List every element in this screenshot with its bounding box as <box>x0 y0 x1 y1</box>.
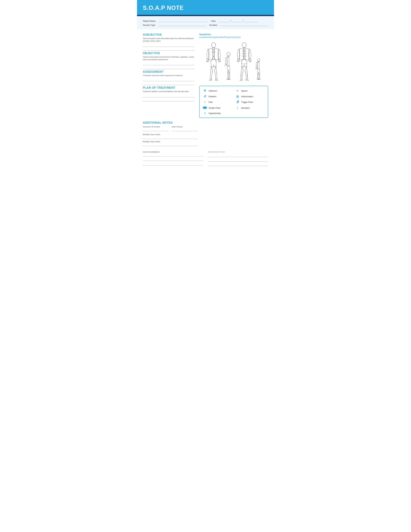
svg-point-28 <box>249 59 251 62</box>
legend-tender-point: Tender Point <box>203 106 232 110</box>
additional-notes-section: ADDITIONAL NOTES Insurance ID number Dat… <box>137 121 274 151</box>
bottom-section: Current medications: Add Additional Note… <box>137 151 274 171</box>
legend-spasm: ≈ Spasm <box>235 89 265 93</box>
objective-line-1[interactable] <box>143 62 194 65</box>
legend-trigger-point: ϑ Trigger Point <box>235 100 265 104</box>
session-type-row: Session Type Duration <box>143 24 268 26</box>
rotation-symbol: ↺ <box>203 95 207 98</box>
symptoms-header: Symptoms: Location/intensity/Duration/Fr… <box>199 33 268 40</box>
med-line-1[interactable] <box>143 153 203 156</box>
symptoms-sublabel: Location/intensity/Duration/Frequency/On… <box>199 36 268 38</box>
svg-point-16 <box>213 56 214 57</box>
patient-name-field[interactable] <box>159 22 208 22</box>
add-notes-col: Add Additional Notes <box>208 151 268 168</box>
rotation-label: Rotation <box>209 95 216 98</box>
modality1-row: Modality Type (code): <box>143 133 268 139</box>
assessment-section: ASSESSMENT Treatment used and client res… <box>143 70 194 86</box>
svg-point-37 <box>256 68 257 69</box>
add-note-line-1[interactable] <box>208 154 268 157</box>
med-line-3[interactable] <box>143 162 203 165</box>
add-note-line-3[interactable] <box>208 163 268 166</box>
modality2-row: Modality Type (code): <box>143 141 268 146</box>
plan-line-1[interactable] <box>143 95 194 97</box>
left-column: SUBJECTIVE Client symptoms and informati… <box>143 33 194 118</box>
front-body-figure <box>205 42 223 81</box>
legend-inflammation: ◎ Inflammation <box>235 95 265 98</box>
plan-heading: PLAN OF TREATMENT <box>143 86 194 89</box>
back-body-figure <box>235 42 253 81</box>
legend-elevation: / Elevation <box>235 106 265 110</box>
objective-desc: Clinical observations derived from inter… <box>143 56 194 61</box>
objective-line-2[interactable] <box>143 66 194 69</box>
add-note-line-2[interactable] <box>208 159 268 162</box>
plan-desc: Treatment options, recommendations and s… <box>143 90 194 93</box>
assessment-line-2[interactable] <box>143 82 194 85</box>
subjective-heading: SUBJECTIVE <box>143 33 194 37</box>
tender-point-label: Tender Point <box>209 107 220 109</box>
adhesion-label: Adhesion <box>209 90 217 92</box>
svg-point-0 <box>211 43 216 48</box>
legend-box: ✕ Adhesion ≈ Spasm ↺ Rotation ◎ Inflamma… <box>199 86 268 118</box>
med-line-2[interactable] <box>143 158 203 161</box>
legend-hypertonicity: ≡ Hypertonicity <box>203 112 232 115</box>
small-side-figure <box>255 58 263 81</box>
plan-line-2[interactable] <box>143 98 194 101</box>
medications-label: Current medications: <box>143 151 203 153</box>
spasm-label: Spasm <box>241 90 248 92</box>
injury-label: Date of injury <box>172 126 198 128</box>
medications-col: Current medications: <box>143 151 203 168</box>
inflammation-label: Inflammation <box>241 95 253 98</box>
objective-section: OBJECTIVE Clinical observations derived … <box>143 52 194 70</box>
svg-point-4 <box>207 59 209 62</box>
legend-adhesion: ✕ Adhesion <box>203 89 232 93</box>
insurance-field[interactable] <box>143 128 168 131</box>
assessment-heading: ASSESSMENT <box>143 70 194 74</box>
assessment-line-1[interactable] <box>143 78 194 81</box>
svg-point-19 <box>225 64 226 66</box>
trigger-point-symbol: ϑ <box>235 100 240 104</box>
right-column: Symptoms: Location/intensity/Duration/Fr… <box>199 33 268 118</box>
subjective-line-1[interactable] <box>143 44 194 47</box>
session-type-field[interactable] <box>159 26 206 26</box>
modality1-field[interactable] <box>143 136 198 139</box>
insurance-label: Insurance ID number <box>143 126 168 128</box>
date-field-group: / / <box>219 19 268 22</box>
duration-field[interactable] <box>221 26 268 26</box>
injury-field[interactable] <box>172 128 198 131</box>
add-notes-text: Add Additional Notes <box>208 151 268 153</box>
symptoms-label: Symptoms: <box>199 33 268 36</box>
subjective-section: SUBJECTIVE Client symptoms and informati… <box>143 33 194 52</box>
objective-heading: OBJECTIVE <box>143 52 194 55</box>
svg-line-12 <box>219 61 220 62</box>
header: S.O.A.P NOTE <box>137 0 274 15</box>
patient-info-section: Patient Name Date / / Session Type Durat… <box>137 16 274 29</box>
legend-rotation: ↺ Rotation <box>203 95 232 98</box>
elevation-symbol: / <box>235 106 240 110</box>
legend-pain: ○ Pain <box>203 100 232 104</box>
assessment-desc: Treatment used and client response to tr… <box>143 74 194 77</box>
hypertonicity-symbol: ≡ <box>203 112 207 115</box>
svg-point-35 <box>257 59 260 62</box>
injury-field-group: Date of injury <box>172 126 198 131</box>
modality1-label: Modality Type (code): <box>143 133 268 135</box>
side-body-figure <box>224 52 234 81</box>
adhesion-symbol: ✕ <box>203 89 207 93</box>
page-title: S.O.A.P NOTE <box>143 5 268 11</box>
main-content: SUBJECTIVE Client symptoms and informati… <box>137 29 274 121</box>
svg-point-9 <box>218 59 221 62</box>
session-type-label: Session Type <box>143 24 155 26</box>
additional-notes-heading: ADDITIONAL NOTES <box>143 121 268 124</box>
elevation-label: Elevation <box>241 107 250 109</box>
trigger-point-label: Trigger Point <box>241 101 253 103</box>
back-body-svg <box>235 42 253 81</box>
spasm-symbol: ≈ <box>235 89 240 93</box>
hypertonicity-label: Hypertonicity <box>209 112 221 114</box>
front-body-svg <box>205 42 223 81</box>
modality2-field[interactable] <box>143 143 198 146</box>
date-label: Date <box>211 20 216 22</box>
insurance-injury-row: Insurance ID number Date of injury <box>143 126 268 131</box>
subjective-line-2[interactable] <box>143 48 194 51</box>
side-body-svg <box>224 52 234 81</box>
patient-name-label: Patient Name <box>143 20 156 22</box>
pain-label: Pain <box>209 101 213 103</box>
